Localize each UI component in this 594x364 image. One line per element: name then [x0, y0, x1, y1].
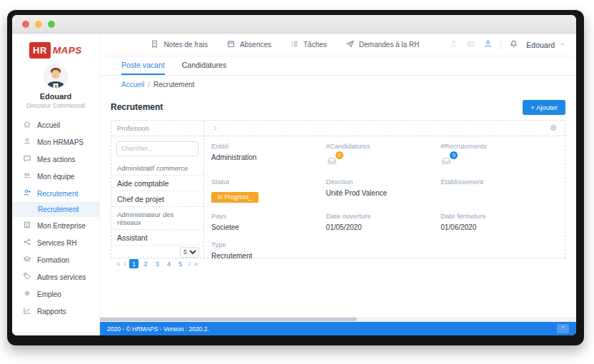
content-area: Recrutement + Ajouter Profession Adminis… — [100, 93, 576, 317]
profile-icon[interactable] — [483, 39, 493, 51]
next-page-button[interactable]: › — [187, 260, 191, 268]
page-number[interactable]: 2 — [141, 259, 150, 268]
profession-list: Administratif commerce Aide comptable Ch… — [111, 161, 203, 246]
paper-plane-icon — [346, 39, 355, 50]
tag-icon — [23, 272, 31, 282]
building-icon — [23, 221, 31, 231]
first-page-button[interactable]: « — [116, 260, 121, 268]
tab-candidatures[interactable]: Candidatures — [182, 61, 226, 75]
recrutements-count-badge: 0 — [450, 151, 458, 159]
list-item[interactable]: Chef de projet — [111, 191, 203, 207]
nav-taches[interactable]: Tâches — [290, 39, 327, 50]
sidebar-item-rapports[interactable]: Rapports — [12, 303, 99, 320]
list-item[interactable]: Assistant — [111, 230, 203, 246]
main-area: Notes de frais Absences Tâches Dema — [99, 34, 576, 335]
page-number[interactable]: 1 — [129, 259, 139, 268]
page-number[interactable]: 4 — [164, 259, 173, 268]
sidebar-item-mon-hrmaps[interactable]: Mon HRMAPS — [12, 133, 99, 151]
user-icon — [23, 137, 31, 147]
page-number[interactable]: 3 — [153, 259, 162, 268]
sidebar-item-mon-entreprise[interactable]: Mon Entreprise — [12, 217, 99, 234]
last-page-button[interactable]: » — [193, 260, 199, 268]
breadcrumb: Accueil / Recrutement — [100, 76, 576, 93]
nav-notes-de-frais[interactable]: Notes de frais — [150, 39, 208, 50]
breadcrumb-home[interactable]: Accueil — [121, 81, 144, 89]
sidebar-item-formation[interactable]: Formation — [12, 251, 99, 268]
window-titlebar — [12, 15, 576, 34]
logo-hr-mark: HR — [29, 42, 51, 59]
page-size-select[interactable]: 5 — [180, 247, 199, 258]
pagination: 5 « ‹ 1 2 3 4 5 › — [111, 246, 203, 271]
chart-icon — [23, 306, 31, 316]
zoom-window-button[interactable] — [48, 21, 55, 28]
minimize-window-button[interactable] — [35, 21, 42, 28]
logo-maps-text: MAPS — [53, 45, 82, 56]
field-pays: Pays Societee — [211, 212, 326, 231]
footer-bar: 2020 - © HRMAPS - Version : 2020.2. ⌃ — [100, 322, 576, 335]
field-direction: Direction Unité Prod Valence — [326, 178, 441, 203]
tab-poste-vacant[interactable]: Poste vacant — [121, 61, 165, 75]
sidebar-subitem-recrutement[interactable]: Recrutement — [12, 202, 99, 217]
sidebar-item-empleo[interactable]: Empleo — [12, 285, 99, 303]
detail-fields: Entité Administration #Candidatures 0 — [204, 136, 565, 260]
recruitment-grid: Profession Administratif commerce Aide c… — [111, 120, 565, 258]
user-name: Edouard — [40, 92, 72, 101]
field-entite: Entité Administration — [211, 142, 326, 168]
divider — [500, 40, 501, 50]
list-item[interactable]: Administratif commerce — [111, 161, 203, 176]
list-item[interactable]: Administrateur des réseaux — [111, 207, 203, 230]
sidebar-item-accueil[interactable]: Accueil — [12, 116, 99, 133]
field-statut: Statut In Progress_ — [211, 178, 326, 203]
id-card-faded-icon[interactable] — [466, 39, 475, 51]
sidebar-item-recrutement[interactable]: Recrutement — [12, 185, 99, 202]
prev-page-button[interactable]: ‹ — [124, 260, 127, 268]
user-faded-icon[interactable] — [449, 39, 458, 51]
page-number[interactable]: 5 — [176, 259, 185, 268]
list-item[interactable]: Aide comptable — [111, 176, 203, 191]
chat-icon — [23, 154, 31, 164]
breadcrumb-current: Recrutement — [153, 81, 194, 89]
candidatures-count-badge: 0 — [336, 151, 343, 159]
team-icon — [23, 171, 31, 181]
gear-icon — [23, 289, 31, 299]
tabs-bar: Poste vacant Candidatures — [100, 56, 576, 76]
field-candidatures: #Candidatures 0 — [326, 142, 441, 168]
user-role: Directeur Commercial — [26, 102, 85, 109]
hrmaps-logo: HR MAPS — [29, 42, 82, 59]
sidebar-item-autres-services[interactable]: Autres services — [12, 268, 99, 285]
collapse-chevron-icon[interactable] — [211, 122, 219, 135]
recruit-icon — [23, 188, 31, 198]
share-icon — [23, 238, 31, 248]
bell-icon[interactable] — [509, 39, 518, 51]
scrollbar-thumb[interactable] — [100, 318, 357, 321]
field-etablissement: Établissement — [441, 178, 558, 203]
user-avatar — [44, 64, 68, 89]
nav-absences[interactable]: Absences — [226, 39, 271, 50]
top-navbar: Notes de frais Absences Tâches Dema — [100, 34, 576, 56]
calendar-icon — [226, 39, 236, 50]
nav-demandes-rh[interactable]: Demandes à la RH — [346, 39, 419, 50]
search-input[interactable] — [116, 141, 198, 156]
close-window-button[interactable] — [22, 21, 29, 28]
sidebar-nav: Accueil Mon HRMAPS Mes actions Mon équip… — [12, 116, 99, 320]
sidebar: HR MAPS Edouard Directeur Commercial Acc… — [12, 34, 99, 335]
tasks-icon — [290, 39, 299, 50]
receipt-icon — [150, 39, 159, 50]
sidebar-item-mon-equipe[interactable]: Mon équipe — [12, 168, 99, 185]
horizontal-scrollbar[interactable] — [100, 317, 576, 322]
status-badge: In Progress_ — [211, 192, 258, 203]
add-button[interactable]: + Ajouter — [523, 100, 565, 115]
field-type: Type Recrutement — [211, 241, 326, 260]
recrutements-tray-icon[interactable]: 0 — [441, 155, 453, 166]
sidebar-item-mes-actions[interactable]: Mes actions — [12, 151, 99, 168]
scroll-to-top-button[interactable]: ⌃ — [557, 324, 569, 333]
home-icon — [23, 120, 31, 130]
candidatures-tray-icon[interactable]: 0 — [326, 155, 339, 166]
user-menu[interactable]: Edouard — [526, 41, 566, 49]
sidebar-item-services-rh[interactable]: Services RH — [12, 234, 99, 251]
app-window: HR MAPS Edouard Directeur Commercial Acc… — [7, 10, 584, 345]
settings-gear-icon[interactable] — [549, 122, 558, 135]
field-date-fermeture: Date fermeture 01/06/2020 — [441, 212, 558, 231]
field-date-ouverture: Date ouverture 01/05/2020 — [326, 212, 441, 231]
page-title: Recrutement — [111, 102, 163, 112]
